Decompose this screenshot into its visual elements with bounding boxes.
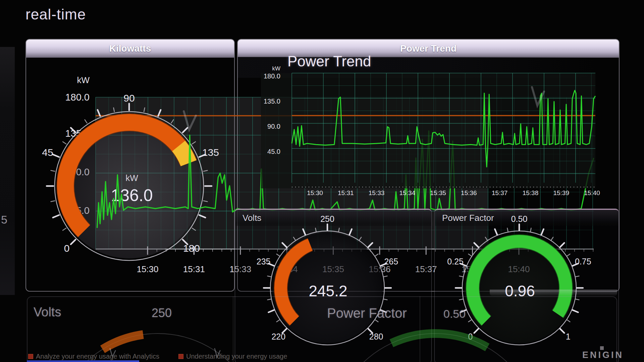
power-factor-panel-title: Power Factor [435, 213, 494, 223]
red-square-icon [178, 354, 183, 359]
volts-panel-title: Volts [235, 213, 261, 223]
footer-link-analytics[interactable]: Analyze your energy usage with Analytics [28, 353, 159, 360]
ghost-panel-divider [420, 296, 420, 362]
volts-panel-header: Volts [235, 209, 431, 226]
kilowatts-panel-title: Kilowatts [109, 43, 151, 54]
power-trend-ghost-title: Power Trend [287, 53, 371, 70]
panel-bottom-sheen [490, 290, 617, 296]
left-edge-label: 5 [1, 213, 7, 226]
dashboard: real-time 5 Kilowatts Power Trend 15:301… [0, 0, 644, 362]
ghost-panel-outline [27, 296, 617, 362]
footer-link-understanding[interactable]: Understanding your energy usage [178, 353, 287, 360]
page-title: real-time [25, 6, 86, 23]
power-factor-reflection-label: Power Factor [327, 306, 407, 321]
kilowatts-panel: Kilowatts [25, 39, 235, 292]
power-factor-panel-header: Power Factor [435, 209, 619, 226]
brand-logo: ENIGIN [582, 350, 624, 360]
volts-reflection-value: 250 [152, 306, 172, 320]
ghost-panel-divider [233, 296, 233, 362]
power-factor-reflection-value: 0.50 [443, 307, 466, 320]
power-trend-panel-title: Power Trend [400, 43, 457, 54]
brand-logo-dot [600, 346, 604, 350]
red-square-icon [28, 354, 33, 359]
footer-link-label: Understanding your energy usage [186, 353, 287, 360]
taskbar-fragment [27, 360, 139, 362]
footer-link-label: Analyze your energy usage with Analytics [36, 353, 159, 360]
left-edge-strip [0, 47, 15, 295]
volts-reflection-label: Volts [34, 305, 61, 319]
kilowatts-panel-header: Kilowatts [26, 40, 234, 58]
